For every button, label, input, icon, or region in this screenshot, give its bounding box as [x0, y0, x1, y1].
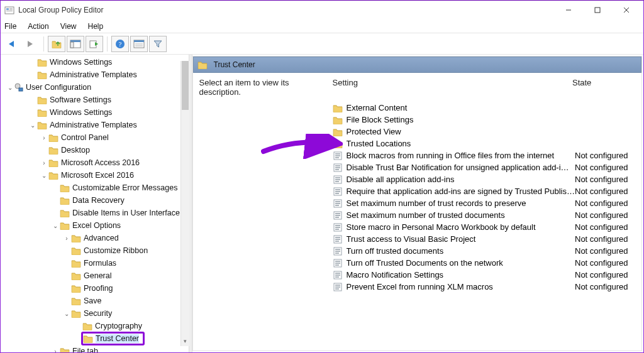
properties-button[interactable]	[130, 36, 148, 52]
filter-button[interactable]	[149, 36, 167, 52]
forward-button[interactable]	[22, 36, 40, 52]
tree-node[interactable]: ›Microsoft Access 2016	[2, 156, 189, 169]
tree-label: Security	[84, 309, 112, 318]
menu-help[interactable]: Help	[88, 22, 104, 31]
tree-node[interactable]: Windows Settings	[2, 106, 189, 119]
tree-node[interactable]: Proofing	[2, 282, 189, 295]
tree-node[interactable]: Administrative Templates	[2, 68, 189, 81]
tree-node[interactable]: ›Advanced	[2, 232, 189, 244]
tree-node[interactable]: ⌄Security	[2, 307, 189, 320]
svg-rect-10	[595, 8, 600, 13]
tree-node[interactable]: Windows Settings	[2, 56, 189, 68]
setting-policy[interactable]: Turn off trusted documentsNot configured	[326, 245, 638, 257]
setting-policy[interactable]: Set maximum number of trust records to p…	[326, 197, 638, 209]
tree-label: Windows Settings	[50, 58, 112, 67]
tree-node[interactable]: ⌄Administrative Templates	[2, 119, 189, 131]
policy-icon	[333, 259, 343, 268]
folder-icon	[48, 146, 58, 155]
setting-name: Turn off Trusted Documents on the networ…	[347, 258, 575, 268]
setting-policy[interactable]: Block macros from running in Office file…	[326, 149, 638, 161]
show-hide-tree-button[interactable]	[67, 36, 84, 52]
tree-label: Administrative Templates	[50, 70, 137, 79]
folder-icon	[60, 221, 70, 230]
collapse-icon[interactable]: ⌄	[40, 172, 48, 179]
column-header-state[interactable]: State	[572, 78, 635, 97]
tree-node[interactable]: ⌄User Configuration	[2, 81, 189, 94]
setting-policy[interactable]: Turn off Trusted Documents on the networ…	[326, 257, 638, 269]
tree-label: Customizable Error Messages	[72, 183, 177, 192]
expand-icon[interactable]: ›	[51, 348, 60, 353]
tree-node[interactable]: Disable Items in User Interface	[2, 207, 189, 219]
tree-node[interactable]: Customizable Error Messages	[2, 182, 189, 194]
collapse-icon[interactable]: ⌄	[62, 310, 71, 317]
setting-name: File Block Settings	[347, 115, 575, 124]
tree-node[interactable]: Cryptography	[2, 320, 189, 332]
setting-policy[interactable]: Disable all application add-insNot confi…	[326, 173, 638, 185]
menu-file[interactable]: File	[4, 22, 16, 31]
setting-policy[interactable]: Store macro in Personal Macro Workbook b…	[326, 221, 638, 233]
svg-rect-5	[6, 8, 9, 10]
setting-state: Not configured	[575, 210, 638, 220]
column-header-setting[interactable]: Setting	[333, 78, 573, 97]
tree-node[interactable]: ›Control Panel	[2, 131, 189, 144]
pane-description: Select an item to view its description.	[199, 78, 333, 97]
tree-node[interactable]: Software Settings	[2, 94, 189, 106]
setting-folder[interactable]: Trusted Locations	[326, 138, 638, 149]
tree-node[interactable]: ⌄Microsoft Excel 2016	[2, 169, 189, 182]
setting-folder[interactable]: External Content	[326, 102, 638, 114]
help-button[interactable]: ?	[111, 36, 129, 52]
expand-icon[interactable]: ›	[62, 235, 71, 242]
tree-node[interactable]: ›File tab	[2, 345, 189, 352]
setting-state: Not configured	[575, 187, 638, 196]
tree-node[interactable]: Customize Ribbon	[2, 244, 189, 257]
tree-node-selected[interactable]: Trust Center	[81, 332, 145, 345]
menubar: File Action View Help	[1, 19, 643, 33]
policy-icon	[333, 283, 343, 291]
setting-policy[interactable]: Set maximum number of trusted documentsN…	[326, 209, 638, 221]
menu-action[interactable]: Action	[28, 22, 48, 31]
settings-list[interactable]: External ContentFile Block SettingsProte…	[326, 102, 642, 350]
maximize-button[interactable]	[583, 1, 612, 19]
tree-node[interactable]: Trust Center	[2, 332, 189, 345]
tree-label: Excel Options	[72, 221, 121, 230]
tree-label: Control Panel	[61, 133, 109, 142]
tree-node[interactable]: Save	[2, 295, 189, 307]
setting-state: Not configured	[575, 163, 638, 172]
expand-icon[interactable]: ›	[40, 134, 48, 141]
folder-icon	[60, 196, 70, 205]
folder-icon	[60, 347, 70, 352]
setting-name: Require that application add-ins are sig…	[347, 187, 575, 196]
menu-view[interactable]: View	[60, 22, 77, 31]
tree-node[interactable]: Desktop	[2, 144, 189, 156]
collapse-icon[interactable]: ⌄	[51, 222, 60, 229]
tree-scrollbar[interactable]: ▾	[180, 61, 189, 346]
folder-icon	[48, 158, 58, 167]
minimize-button[interactable]	[554, 1, 583, 19]
setting-policy[interactable]: Prevent Excel from running XLM macrosNot…	[326, 281, 638, 293]
setting-folder[interactable]: Protected View	[326, 126, 638, 138]
up-button[interactable]	[48, 36, 65, 52]
setting-folder[interactable]: File Block Settings	[326, 114, 638, 126]
export-button[interactable]	[86, 36, 103, 52]
collapse-icon[interactable]: ⌄	[6, 84, 14, 91]
svg-rect-4	[5, 7, 14, 14]
scrollbar-thumb[interactable]	[182, 61, 189, 110]
tree-node[interactable]: Data Recovery	[2, 194, 189, 207]
setting-policy[interactable]: Disable Trust Bar Notification for unsig…	[326, 161, 638, 173]
tree-node[interactable]: General	[2, 269, 189, 282]
policy-icon	[333, 247, 343, 256]
folder-icon	[48, 171, 58, 180]
expand-icon[interactable]: ›	[40, 160, 48, 166]
policy-icon	[333, 151, 343, 160]
scrollbar-down[interactable]: ▾	[181, 336, 189, 346]
tree-node[interactable]: ⌄Excel Options	[2, 219, 189, 232]
setting-policy[interactable]: Trust access to Visual Basic ProjectNot …	[326, 233, 638, 245]
tree-node[interactable]: Formulas	[2, 257, 189, 269]
setting-policy[interactable]: Macro Notification SettingsNot configure…	[326, 269, 638, 281]
svg-rect-7	[9, 9, 13, 10]
setting-policy[interactable]: Require that application add-ins are sig…	[326, 185, 638, 197]
tree-panel[interactable]: Windows SettingsAdministrative Templates…	[1, 55, 189, 352]
collapse-icon[interactable]: ⌄	[28, 122, 37, 129]
back-button[interactable]	[3, 36, 21, 52]
close-button[interactable]	[612, 1, 641, 19]
